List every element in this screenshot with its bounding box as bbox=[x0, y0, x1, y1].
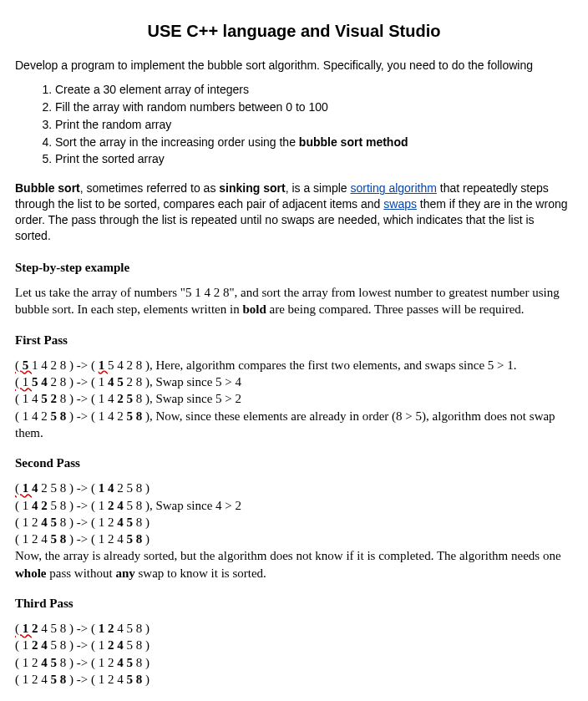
p2note-b1: whole bbox=[15, 566, 47, 580]
p1l3-end: 8 ), Swap since 5 > 2 bbox=[136, 392, 241, 405]
p1l4-b2: 5 8 bbox=[126, 409, 145, 423]
p2l2-mid: 5 8 ) -> ( 1 bbox=[51, 499, 108, 512]
p3l1-b1b: 2 bbox=[32, 622, 41, 635]
p2l3-mid: 8 ) -> ( 1 2 bbox=[60, 516, 117, 529]
p3l3-open: ( 1 2 bbox=[15, 656, 41, 669]
p3l2-mid: 5 8 ) -> ( 1 bbox=[51, 638, 108, 652]
bubble-text-2: , is a simple bbox=[286, 181, 351, 195]
step-2: Fill the array with random numbers betwe… bbox=[55, 99, 573, 115]
pass3-line2: ( 1 2 4 5 8 ) -> ( 1 2 4 5 8 ) bbox=[15, 637, 573, 653]
p1l2-b1: 5 4 bbox=[32, 375, 51, 389]
p3l4-b1: 5 8 bbox=[51, 673, 70, 686]
step-1: Create a 30 element array of integers bbox=[55, 82, 573, 98]
p1l3-open: ( 1 4 bbox=[15, 392, 41, 405]
p3l1-mid: 4 5 8 ) -> ( bbox=[41, 622, 98, 635]
example-bold: bold bbox=[242, 302, 266, 316]
p2l2-end: 5 8 ), Swap since 4 > 2 bbox=[126, 499, 241, 512]
p3l1-b1: 1 bbox=[23, 622, 32, 635]
p2note-b2: any bbox=[115, 566, 134, 580]
p2l2-open: ( 1 bbox=[15, 499, 32, 512]
p2l4-mid: ) -> ( 1 2 4 bbox=[69, 532, 126, 546]
p2l4-b2: 5 8 bbox=[126, 532, 145, 546]
p3l1-open: ( bbox=[15, 622, 23, 635]
p2l1-b1: 1 bbox=[23, 481, 32, 495]
p2l4-open: ( 1 2 4 bbox=[15, 532, 51, 546]
p2l1-open: ( bbox=[15, 481, 23, 495]
p3l1-b2: 1 2 bbox=[99, 622, 118, 635]
p1l3-mid: 8 ) -> ( 1 4 bbox=[60, 392, 117, 405]
p1l3-b1: 5 2 bbox=[41, 392, 60, 405]
swaps-link[interactable]: swaps bbox=[383, 197, 417, 211]
sorting-algorithm-link[interactable]: sorting algorithm bbox=[350, 181, 437, 195]
p2l3-b2: 4 5 bbox=[117, 516, 136, 529]
page-title: USE C++ language and Visual Studio bbox=[15, 20, 573, 43]
p3l3-b1: 4 5 bbox=[41, 656, 60, 669]
bubble-description: Bubble sort, sometimes referred to as si… bbox=[15, 180, 573, 244]
p2l2-b2: 2 4 bbox=[108, 499, 127, 512]
p1l1-mid: 1 4 2 8 ) -> ( bbox=[32, 358, 99, 372]
p2l3-open: ( 1 2 bbox=[15, 516, 41, 529]
p2l1-b1b: 4 bbox=[32, 481, 41, 495]
p3l3-end: 8 ) bbox=[136, 656, 150, 669]
p2l3-b1: 4 5 bbox=[41, 516, 60, 529]
p2note-post: swap to know it is sorted. bbox=[135, 566, 266, 580]
p1l2-end: 2 8 ), Swap since 5 > 4 bbox=[126, 375, 241, 389]
p2l2-b1: 4 2 bbox=[32, 499, 51, 512]
p2l1-mid: 2 5 8 ) -> ( bbox=[41, 481, 98, 495]
p3l3-mid: 8 ) -> ( 1 2 bbox=[60, 656, 117, 669]
bubble-term-1: Bubble sort bbox=[15, 181, 80, 195]
first-pass-heading: First Pass bbox=[15, 332, 573, 348]
p1l4-mid: ) -> ( 1 4 2 bbox=[69, 409, 126, 423]
p1l4-b1: 5 8 bbox=[51, 409, 70, 423]
p1l2-open: ( bbox=[15, 375, 23, 389]
example-intro: Let us take the array of numbers "5 1 4 … bbox=[15, 284, 573, 318]
second-pass-heading: Second Pass bbox=[15, 455, 573, 471]
p1l2-mid: 2 8 ) -> ( 1 bbox=[51, 375, 108, 389]
pass3-line4: ( 1 2 4 5 8 ) -> ( 1 2 4 5 8 ) bbox=[15, 671, 573, 688]
p2l1-b2: 1 4 bbox=[99, 481, 118, 495]
step-3: Print the random array bbox=[55, 117, 573, 133]
pass3-line3: ( 1 2 4 5 8 ) -> ( 1 2 4 5 8 ) bbox=[15, 654, 573, 671]
bubble-term-2: sinking sort bbox=[219, 181, 285, 195]
pass2-line1: ( 1 4 2 5 8 ) -> ( 1 4 2 5 8 ) bbox=[15, 480, 573, 496]
p1l2-u1: 1 bbox=[23, 375, 32, 389]
p1l4-open: ( 1 4 2 bbox=[15, 409, 51, 423]
p3l4-b2: 5 8 bbox=[126, 673, 145, 686]
pass3-line1: ( 1 2 4 5 8 ) -> ( 1 2 4 5 8 ) bbox=[15, 620, 573, 637]
pass2-line4: ( 1 2 4 5 8 ) -> ( 1 2 4 5 8 ) bbox=[15, 531, 573, 547]
pass2-note: Now, the array is already sorted, but th… bbox=[15, 547, 573, 582]
p3l2-open: ( 1 bbox=[15, 638, 32, 652]
step-by-step-heading: Step-by-step example bbox=[15, 259, 573, 276]
p3l4-open: ( 1 2 4 bbox=[15, 673, 51, 686]
pass1-line4: ( 1 4 2 5 8 ) -> ( 1 4 2 5 8 ), Now, sin… bbox=[15, 408, 573, 442]
p3l3-b2: 4 5 bbox=[117, 656, 136, 669]
p2l1-end: 2 5 8 ) bbox=[117, 481, 150, 495]
pass1-line1: ( 5 1 4 2 8 ) -> ( 1 5 4 2 8 ), Here, al… bbox=[15, 357, 573, 373]
pass1-line2: ( 1 5 4 2 8 ) -> ( 1 4 5 2 8 ), Swap sin… bbox=[15, 373, 573, 390]
step-4-bold: bubble sort method bbox=[299, 135, 408, 149]
pass2-line2: ( 1 4 2 5 8 ) -> ( 1 2 4 5 8 ), Swap sin… bbox=[15, 497, 573, 514]
pass2-line3: ( 1 2 4 5 8 ) -> ( 1 2 4 5 8 ) bbox=[15, 514, 573, 531]
p2l3-end: 8 ) bbox=[136, 516, 150, 529]
p3l2-b1: 2 4 bbox=[32, 638, 51, 652]
example-post: are being compared. Three passes will be… bbox=[266, 302, 525, 316]
p1l1-b1: 5 bbox=[23, 358, 32, 372]
p3l4-mid: ) -> ( 1 2 4 bbox=[69, 673, 126, 686]
p3l2-b2: 2 4 bbox=[108, 638, 127, 652]
p3l2-end: 5 8 ) bbox=[126, 638, 150, 652]
p1l2-b2: 4 5 bbox=[108, 375, 127, 389]
step-5: Print the sorted array bbox=[55, 151, 573, 167]
p3l1-end: 4 5 8 ) bbox=[117, 622, 150, 635]
p1l1-b2: 1 bbox=[99, 358, 108, 372]
p1l1-end: 5 4 2 8 ), Here, algorithm compares the … bbox=[108, 358, 517, 372]
step-4: Sort the array in the increasing order u… bbox=[55, 135, 573, 150]
p2note-pre: Now, the array is already sorted, but th… bbox=[15, 549, 561, 562]
bubble-text-1: , sometimes referred to as bbox=[80, 181, 220, 195]
p2l4-end: ) bbox=[145, 532, 150, 546]
pass1-line3: ( 1 4 5 2 8 ) -> ( 1 4 2 5 8 ), Swap sin… bbox=[15, 390, 573, 407]
p3l4-end: ) bbox=[145, 673, 150, 686]
steps-list: Create a 30 element array of integers Fi… bbox=[15, 82, 573, 167]
p1l3-b2: 2 5 bbox=[117, 392, 136, 405]
intro-text: Develop a program to implement the bubbl… bbox=[15, 58, 573, 74]
p1l1-open: ( bbox=[15, 358, 23, 372]
